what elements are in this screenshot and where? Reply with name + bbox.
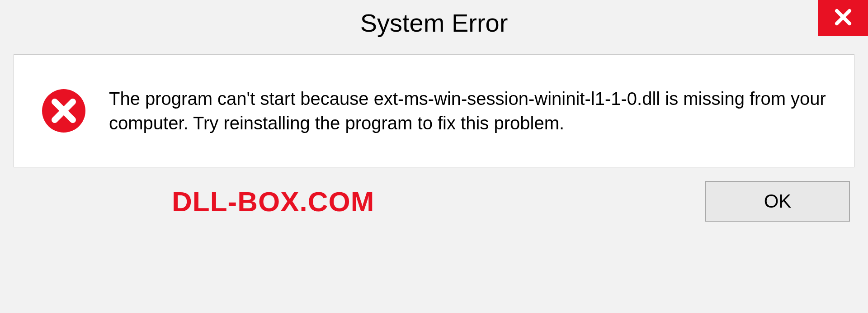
message-panel: The program can't start because ext-ms-w… (14, 54, 854, 167)
footer: DLL-BOX.COM OK (14, 181, 854, 222)
close-button[interactable] (818, 0, 868, 36)
ok-button[interactable]: OK (705, 181, 850, 222)
titlebar: System Error (0, 0, 868, 45)
dialog-title: System Error (360, 8, 508, 38)
error-message: The program can't start because ext-ms-w… (109, 86, 827, 135)
close-icon (832, 6, 854, 30)
error-icon (41, 88, 86, 133)
watermark-text: DLL-BOX.COM (18, 185, 374, 218)
